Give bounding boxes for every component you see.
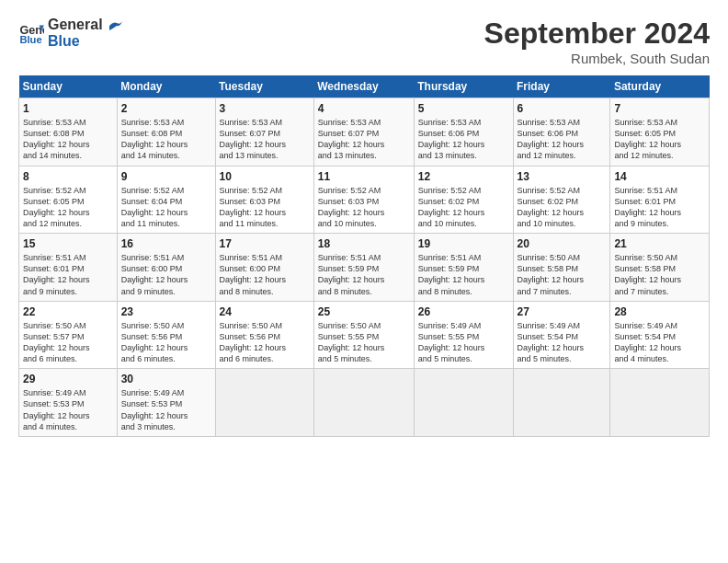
day-info: Sunrise: 5:51 AM Sunset: 6:01 PM Dayligh… — [23, 252, 113, 297]
day-number: 11 — [318, 170, 410, 183]
table-row: 20Sunrise: 5:50 AM Sunset: 5:58 PM Dayli… — [513, 234, 610, 302]
day-info: Sunrise: 5:52 AM Sunset: 6:03 PM Dayligh… — [220, 185, 310, 230]
table-row: 21Sunrise: 5:50 AM Sunset: 5:58 PM Dayli… — [610, 234, 710, 302]
day-info: Sunrise: 5:53 AM Sunset: 6:06 PM Dayligh… — [518, 117, 607, 162]
day-number: 14 — [614, 170, 705, 183]
day-number: 19 — [418, 237, 509, 250]
col-saturday: Saturday — [610, 75, 710, 98]
day-number: 2 — [121, 102, 211, 115]
day-info: Sunrise: 5:51 AM Sunset: 6:00 PM Dayligh… — [220, 252, 310, 297]
day-info: Sunrise: 5:50 AM Sunset: 5:56 PM Dayligh… — [121, 320, 211, 365]
table-row: 12Sunrise: 5:52 AM Sunset: 6:02 PM Dayli… — [414, 166, 513, 234]
day-info: Sunrise: 5:49 AM Sunset: 5:53 PM Dayligh… — [23, 387, 113, 432]
table-row — [513, 369, 610, 437]
day-info: Sunrise: 5:53 AM Sunset: 6:08 PM Dayligh… — [121, 117, 211, 162]
table-row: 25Sunrise: 5:50 AM Sunset: 5:55 PM Dayli… — [313, 301, 414, 369]
calendar-week-row: 15Sunrise: 5:51 AM Sunset: 6:01 PM Dayli… — [19, 234, 710, 302]
col-monday: Monday — [117, 75, 215, 98]
day-number: 12 — [418, 170, 509, 183]
table-row: 29Sunrise: 5:49 AM Sunset: 5:53 PM Dayli… — [19, 369, 118, 437]
table-row: 10Sunrise: 5:52 AM Sunset: 6:03 PM Dayli… — [215, 166, 313, 234]
day-number: 28 — [614, 305, 705, 318]
day-info: Sunrise: 5:52 AM Sunset: 6:02 PM Dayligh… — [418, 185, 509, 230]
day-info: Sunrise: 5:53 AM Sunset: 6:06 PM Dayligh… — [418, 117, 509, 162]
day-info: Sunrise: 5:51 AM Sunset: 6:00 PM Dayligh… — [121, 252, 211, 297]
table-row: 2Sunrise: 5:53 AM Sunset: 6:08 PM Daylig… — [117, 98, 215, 167]
day-number: 21 — [614, 237, 705, 250]
table-row: 1Sunrise: 5:53 AM Sunset: 6:08 PM Daylig… — [19, 98, 118, 167]
day-number: 5 — [418, 102, 509, 115]
day-number: 9 — [121, 170, 211, 183]
day-number: 13 — [518, 170, 607, 183]
table-row: 27Sunrise: 5:49 AM Sunset: 5:54 PM Dayli… — [513, 301, 610, 369]
table-row: 9Sunrise: 5:52 AM Sunset: 6:04 PM Daylig… — [117, 166, 215, 234]
day-number: 15 — [23, 237, 113, 250]
table-row: 6Sunrise: 5:53 AM Sunset: 6:06 PM Daylig… — [513, 98, 610, 167]
day-info: Sunrise: 5:51 AM Sunset: 5:59 PM Dayligh… — [318, 252, 410, 297]
day-number: 1 — [23, 102, 113, 115]
day-info: Sunrise: 5:50 AM Sunset: 5:56 PM Dayligh… — [220, 320, 310, 365]
table-row: 5Sunrise: 5:53 AM Sunset: 6:06 PM Daylig… — [414, 98, 513, 167]
day-number: 10 — [220, 170, 310, 183]
col-wednesday: Wednesday — [313, 75, 414, 98]
day-number: 25 — [318, 305, 410, 318]
table-row: 11Sunrise: 5:52 AM Sunset: 6:03 PM Dayli… — [313, 166, 414, 234]
day-info: Sunrise: 5:50 AM Sunset: 5:58 PM Dayligh… — [518, 252, 607, 297]
day-number: 26 — [418, 305, 509, 318]
day-info: Sunrise: 5:53 AM Sunset: 6:07 PM Dayligh… — [318, 117, 410, 162]
table-row: 18Sunrise: 5:51 AM Sunset: 5:59 PM Dayli… — [313, 234, 414, 302]
day-info: Sunrise: 5:50 AM Sunset: 5:55 PM Dayligh… — [318, 320, 410, 365]
table-row: 30Sunrise: 5:49 AM Sunset: 5:53 PM Dayli… — [117, 369, 215, 437]
table-row: 13Sunrise: 5:52 AM Sunset: 6:02 PM Dayli… — [513, 166, 610, 234]
day-info: Sunrise: 5:49 AM Sunset: 5:54 PM Dayligh… — [614, 320, 705, 365]
table-row — [414, 369, 513, 437]
calendar-week-row: 22Sunrise: 5:50 AM Sunset: 5:57 PM Dayli… — [19, 301, 710, 369]
day-number: 22 — [23, 305, 113, 318]
day-number: 27 — [518, 305, 607, 318]
day-info: Sunrise: 5:51 AM Sunset: 6:01 PM Dayligh… — [614, 185, 705, 230]
day-info: Sunrise: 5:49 AM Sunset: 5:53 PM Dayligh… — [121, 387, 211, 432]
calendar-header-row: Sunday Monday Tuesday Wednesday Thursday… — [19, 75, 710, 98]
calendar-table: Sunday Monday Tuesday Wednesday Thursday… — [18, 75, 710, 437]
table-row: 19Sunrise: 5:51 AM Sunset: 5:59 PM Dayli… — [414, 234, 513, 302]
svg-text:Blue: Blue — [19, 35, 41, 46]
table-row: 28Sunrise: 5:49 AM Sunset: 5:54 PM Dayli… — [610, 301, 710, 369]
logo-icon: General Blue — [18, 20, 44, 46]
day-number: 29 — [23, 373, 113, 385]
table-row: 24Sunrise: 5:50 AM Sunset: 5:56 PM Dayli… — [215, 301, 313, 369]
day-info: Sunrise: 5:52 AM Sunset: 6:05 PM Dayligh… — [23, 185, 113, 230]
table-row: 22Sunrise: 5:50 AM Sunset: 5:57 PM Dayli… — [19, 301, 118, 369]
col-thursday: Thursday — [414, 75, 513, 98]
table-row: 7Sunrise: 5:53 AM Sunset: 6:05 PM Daylig… — [610, 98, 710, 167]
table-row: 14Sunrise: 5:51 AM Sunset: 6:01 PM Dayli… — [610, 166, 710, 234]
month-title: September 2024 — [484, 17, 710, 51]
table-row: 16Sunrise: 5:51 AM Sunset: 6:00 PM Dayli… — [117, 234, 215, 302]
col-tuesday: Tuesday — [215, 75, 313, 98]
logo-bird-icon — [108, 19, 124, 32]
day-info: Sunrise: 5:51 AM Sunset: 5:59 PM Dayligh… — [418, 252, 509, 297]
day-info: Sunrise: 5:53 AM Sunset: 6:07 PM Dayligh… — [220, 117, 310, 162]
col-sunday: Sunday — [19, 75, 118, 98]
calendar-page: General Blue General Blue September 2024… — [0, 0, 728, 446]
location: Rumbek, South Sudan — [484, 51, 710, 66]
day-info: Sunrise: 5:52 AM Sunset: 6:03 PM Dayligh… — [318, 185, 410, 230]
calendar-week-row: 29Sunrise: 5:49 AM Sunset: 5:53 PM Dayli… — [19, 369, 710, 437]
day-number: 6 — [518, 102, 607, 115]
table-row: 23Sunrise: 5:50 AM Sunset: 5:56 PM Dayli… — [117, 301, 215, 369]
day-number: 4 — [318, 102, 410, 115]
table-row: 4Sunrise: 5:53 AM Sunset: 6:07 PM Daylig… — [313, 98, 414, 167]
header: General Blue General Blue September 2024… — [18, 17, 710, 66]
day-number: 24 — [220, 305, 310, 318]
table-row — [313, 369, 414, 437]
calendar-week-row: 8Sunrise: 5:52 AM Sunset: 6:05 PM Daylig… — [19, 166, 710, 234]
table-row: 26Sunrise: 5:49 AM Sunset: 5:55 PM Dayli… — [414, 301, 513, 369]
day-number: 16 — [121, 237, 211, 250]
table-row: 17Sunrise: 5:51 AM Sunset: 6:00 PM Dayli… — [215, 234, 313, 302]
logo-general: General — [48, 17, 124, 33]
day-info: Sunrise: 5:50 AM Sunset: 5:58 PM Dayligh… — [614, 252, 705, 297]
logo-blue: Blue — [48, 33, 124, 50]
table-row: 3Sunrise: 5:53 AM Sunset: 6:07 PM Daylig… — [215, 98, 313, 167]
day-number: 3 — [220, 102, 310, 115]
calendar-week-row: 1Sunrise: 5:53 AM Sunset: 6:08 PM Daylig… — [19, 98, 710, 167]
day-number: 30 — [121, 373, 211, 385]
